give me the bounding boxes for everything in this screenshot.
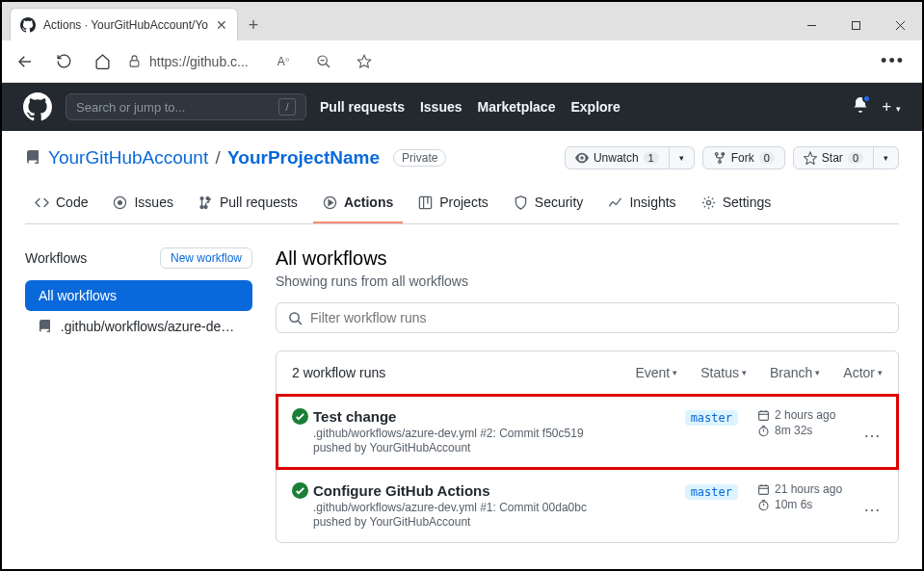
svg-marker-9: [357, 55, 370, 67]
filter-event[interactable]: Event▾: [635, 365, 677, 380]
maximize-button[interactable]: [833, 10, 878, 40]
sidebar-item-all-workflows[interactable]: All workflows: [25, 280, 252, 311]
tab-projects[interactable]: Projects: [409, 187, 498, 223]
notifications-icon[interactable]: [853, 97, 868, 117]
nav-marketplace[interactable]: Marketplace: [478, 99, 556, 115]
run-desc: .github/workflows/azure-dev.yml #2: Comm…: [313, 427, 666, 440]
calendar-icon: [757, 409, 770, 422]
minimize-button[interactable]: [789, 10, 833, 40]
run-success-icon: [292, 482, 313, 529]
breadcrumb: YourGitHubAccount / YourProjectName: [48, 147, 380, 169]
repo-header: YourGitHubAccount / YourProjectName Priv…: [2, 131, 922, 224]
github-header: Search or jump to... / Pull requests Iss…: [2, 83, 922, 131]
run-branch[interactable]: master: [685, 482, 738, 529]
unwatch-button[interactable]: Unwatch 1: [565, 146, 670, 169]
nav-explore[interactable]: Explore: [570, 99, 620, 115]
run-menu-button[interactable]: …: [863, 422, 883, 442]
eye-icon: [575, 151, 589, 165]
run-title[interactable]: Test change: [313, 408, 666, 425]
zoom-icon[interactable]: [310, 48, 337, 75]
new-tab-button[interactable]: +: [238, 10, 269, 40]
svg-marker-14: [329, 199, 332, 205]
github-nav: Pull requests Issues Marketplace Explore: [320, 99, 620, 115]
filter-status[interactable]: Status▾: [700, 365, 747, 380]
browser-tab[interactable]: Actions · YourGitHubAccount/Yo ✕: [10, 8, 238, 40]
filter-input[interactable]: [310, 310, 886, 325]
svg-line-7: [326, 64, 330, 67]
repo-icon: [25, 150, 40, 166]
fork-button[interactable]: Fork 0: [702, 146, 785, 169]
fork-icon: [713, 151, 726, 165]
workflow-file-icon: [39, 320, 53, 334]
stopwatch-icon: [757, 425, 770, 437]
star-button[interactable]: Star 0: [793, 146, 874, 169]
url-box[interactable]: https://github.c...: [127, 54, 249, 69]
tab-settings[interactable]: Settings: [692, 187, 781, 223]
tab-actions[interactable]: Actions: [313, 187, 403, 223]
svg-rect-5: [130, 61, 139, 66]
run-title[interactable]: Configure GitHub Actions: [313, 482, 666, 499]
runs-count: 2 workflow runs: [292, 365, 385, 380]
repo-tabs: Code Issues Pull requests Actions Projec…: [25, 187, 899, 224]
sidebar-title: Workflows: [25, 250, 87, 266]
unwatch-dropdown[interactable]: ▾: [670, 146, 695, 169]
add-menu-icon[interactable]: + ▾: [882, 97, 901, 117]
svg-rect-30: [759, 485, 769, 494]
tab-insights[interactable]: Insights: [598, 187, 685, 223]
runs-panel: 2 workflow runs Event▾ Status▾ Branch▾ A…: [276, 350, 899, 543]
filter-box[interactable]: [276, 302, 899, 333]
svg-point-18: [706, 200, 710, 204]
run-menu-button[interactable]: …: [863, 496, 883, 516]
workflow-run-row[interactable]: Test change .github/workflows/azure-dev.…: [277, 395, 898, 469]
reader-mode-icon[interactable]: A⁾⁾: [270, 48, 297, 75]
home-button[interactable]: [89, 48, 116, 75]
workflow-run-row[interactable]: Configure GitHub Actions .github/workflo…: [277, 469, 898, 542]
favorite-icon[interactable]: [351, 48, 378, 75]
browser-menu-button[interactable]: •••: [881, 51, 912, 71]
run-meta: 21 hours ago 10m 6s: [757, 482, 863, 529]
tab-close-icon[interactable]: ✕: [216, 17, 227, 33]
github-search[interactable]: Search or jump to... /: [66, 93, 306, 120]
runs-header: 2 workflow runs Event▾ Status▾ Branch▾ A…: [277, 351, 898, 395]
star-dropdown[interactable]: ▾: [874, 146, 899, 169]
search-icon: [288, 311, 303, 325]
svg-rect-15: [420, 196, 432, 208]
main-content: Workflows New workflow All workflows .gi…: [2, 224, 922, 566]
filter-branch[interactable]: Branch▾: [770, 365, 820, 380]
run-desc: .github/workflows/azure-dev.yml #1: Comm…: [313, 501, 666, 514]
run-desc2: pushed by YourGitHubAccount: [313, 441, 666, 454]
svg-rect-1: [852, 21, 859, 29]
content-subtitle: Showing runs from all workflows: [276, 273, 899, 289]
refresh-button[interactable]: [50, 48, 77, 75]
close-window-button[interactable]: [878, 10, 922, 40]
tab-code[interactable]: Code: [25, 187, 97, 223]
svg-line-20: [298, 321, 302, 324]
url-text: https://github.c...: [149, 54, 249, 69]
nav-pull-requests[interactable]: Pull requests: [320, 99, 405, 115]
workflow-runs-content: All workflows Showing runs from all work…: [276, 247, 899, 543]
github-logo-icon[interactable]: [23, 92, 52, 121]
run-branch[interactable]: master: [685, 408, 738, 454]
svg-rect-22: [759, 411, 769, 420]
new-workflow-button[interactable]: New workflow: [160, 247, 252, 269]
back-button[interactable]: [12, 48, 39, 75]
star-icon: [804, 151, 817, 165]
tab-pull-requests[interactable]: Pull requests: [189, 187, 307, 223]
content-heading: All workflows: [276, 247, 899, 270]
svg-point-12: [119, 200, 122, 204]
workflows-sidebar: Workflows New workflow All workflows .gi…: [25, 247, 252, 543]
calendar-icon: [757, 483, 770, 496]
tab-security[interactable]: Security: [504, 187, 594, 223]
tab-issues[interactable]: Issues: [103, 187, 182, 223]
search-placeholder: Search or jump to...: [76, 100, 185, 115]
browser-titlebar: Actions · YourGitHubAccount/Yo ✕ +: [2, 2, 922, 40]
repo-link[interactable]: YourProjectName: [227, 147, 380, 168]
run-meta: 2 hours ago 8m 32s: [757, 408, 863, 454]
github-favicon-icon: [20, 17, 36, 33]
stopwatch-icon: [757, 499, 770, 511]
owner-link[interactable]: YourGitHubAccount: [48, 147, 208, 168]
browser-tab-title: Actions · YourGitHubAccount/Yo: [43, 18, 208, 32]
filter-actor[interactable]: Actor▾: [843, 365, 883, 380]
sidebar-item-workflow-file[interactable]: .github/workflows/azure-dev....: [25, 311, 252, 342]
nav-issues[interactable]: Issues: [420, 99, 462, 115]
